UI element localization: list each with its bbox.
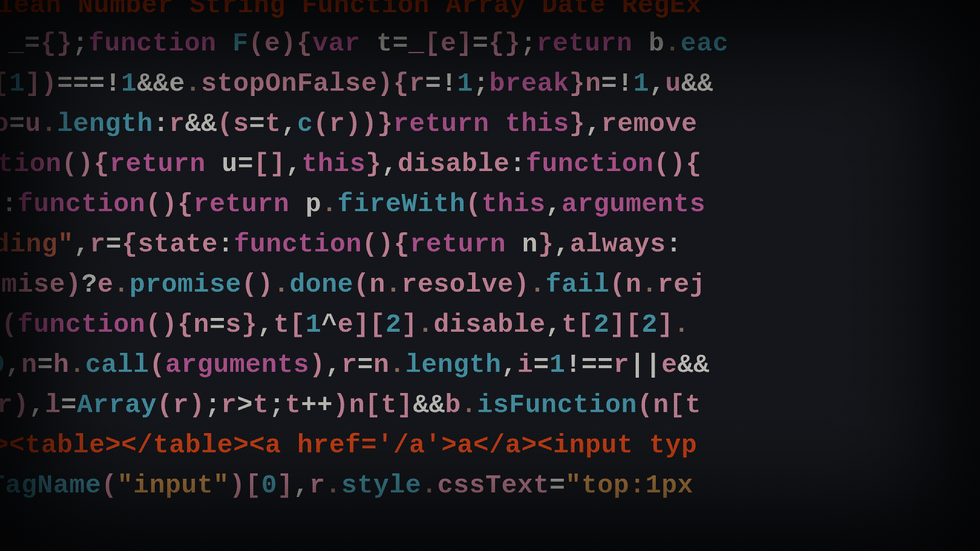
code-token: ]: [402, 310, 418, 339]
code-token: {}: [488, 29, 521, 58]
code-token: .: [529, 270, 546, 299]
code-token: function: [17, 189, 145, 219]
code-token: 1: [457, 69, 473, 98]
code-token: n: [369, 270, 385, 299]
code-token: ): [361, 109, 377, 139]
code-token: b: [445, 390, 461, 420]
code-token: c: [297, 109, 313, 139]
code-token: ): [345, 109, 361, 139]
code-token: {: [93, 149, 109, 179]
code-token: (): [145, 189, 178, 219]
code-token: /><table></table><a href='/a'>a</a><inpu…: [0, 430, 697, 460]
code-token: {: [178, 310, 194, 339]
code-token: this: [505, 109, 569, 139]
code-token: =: [533, 350, 549, 380]
code-token: ]: [658, 310, 674, 339]
code-token: e: [97, 270, 113, 299]
code-token: r: [309, 471, 325, 500]
code-token: }: [242, 310, 258, 339]
code-token: r: [0, 390, 13, 420]
code-token: u: [206, 149, 238, 179]
code-token: .: [385, 270, 402, 299]
code-token: return: [393, 109, 489, 139]
code-token: n: [193, 310, 209, 339]
code-token: ]: [397, 390, 413, 420]
code-token: this: [302, 149, 366, 179]
code-token: t: [381, 390, 397, 420]
code-token: arguments: [562, 189, 706, 219]
code-token: ): [41, 69, 57, 98]
code-token: style: [341, 471, 421, 500]
code-token: h: [53, 350, 69, 380]
code-token: ]: [353, 310, 369, 339]
code-token: ,: [5, 350, 21, 380]
code-token: ): [309, 350, 325, 380]
code-token: ||: [629, 350, 662, 380]
code-token: ===: [57, 69, 105, 98]
code-token: >: [237, 390, 253, 420]
code-token: .: [642, 270, 658, 299]
code-token: u: [25, 109, 41, 139]
code-token: ): [377, 69, 393, 98]
code-token: nction: [0, 149, 62, 179]
code-token: :: [218, 230, 234, 259]
code-line: romise)?e.promise().done(n.resolve).fail…: [0, 272, 965, 298]
code-token: call: [85, 350, 149, 380]
code-token: done: [289, 270, 353, 299]
code-token: r: [329, 109, 345, 139]
code-token: [: [289, 310, 305, 339]
code-token: "input": [117, 471, 229, 500]
code-token: .: [69, 350, 85, 380]
code-token: &&: [413, 390, 445, 420]
code-token: (: [466, 189, 482, 219]
code-token: (): [654, 149, 686, 179]
code-token: stopOnFalse: [201, 69, 377, 98]
code-token: function: [17, 310, 145, 339]
code-token: _: [408, 29, 425, 58]
code-token: [: [369, 310, 385, 339]
code-token: {}: [40, 29, 72, 58]
code-token: 1: [633, 69, 649, 98]
code-token: _: [0, 29, 24, 58]
code-token: !: [441, 69, 457, 98]
code-token: oolean Number String Function Array Date…: [0, 0, 702, 20]
code-token: [: [0, 69, 9, 98]
code-token: (: [353, 270, 369, 299]
code-token: n: [626, 270, 642, 299]
code-token: (: [2, 310, 18, 339]
code-token: n: [653, 390, 669, 420]
code-token: u: [665, 69, 681, 98]
code-token: [216, 29, 232, 58]
code-token: (: [101, 471, 117, 500]
code-token: {: [394, 230, 410, 259]
code-token: =: [249, 109, 265, 139]
code-token: t: [273, 310, 289, 339]
code-token: return: [537, 29, 633, 58]
code-token: t: [562, 310, 578, 339]
code-token: ,: [546, 189, 562, 219]
code-token: l: [45, 390, 61, 420]
code-token: var: [312, 29, 360, 58]
code-token: (: [637, 390, 653, 420]
code-token: r: [221, 390, 237, 420]
code-token: ): [229, 471, 245, 500]
code-token: disable: [398, 149, 510, 179]
code-token: }: [377, 109, 393, 139]
code-token: ): [65, 270, 82, 299]
code-token: yTagName: [0, 471, 101, 500]
code-token: always: [570, 230, 666, 259]
code-token: }: [569, 69, 585, 98]
code-line: nction(){return u=[],this},disable:funct…: [0, 151, 961, 177]
code-token: fireWith: [338, 189, 466, 219]
code-token: (: [149, 350, 165, 380]
code-token: ]: [25, 69, 41, 98]
code-token: 1: [549, 350, 565, 380]
code-token: state: [138, 230, 218, 259]
code-token: ): [514, 270, 530, 299]
code-token: .: [665, 29, 681, 58]
code-token: }: [569, 109, 585, 139]
code-token: p: [289, 189, 322, 219]
code-token: [489, 109, 505, 139]
code-token: [: [669, 390, 685, 420]
code-token: resolve: [402, 270, 514, 299]
